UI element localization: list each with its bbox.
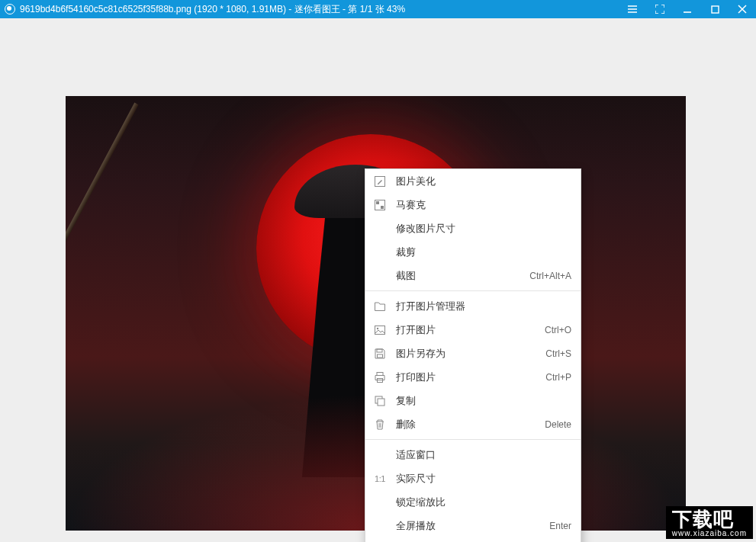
menu-item[interactable]: 修改图片尺寸 [365, 216, 581, 240]
svg-rect-4 [381, 206, 384, 209]
window-title: 9619bd4b6f54160c5c81c6525f35f88b.png (19… [20, 3, 405, 16]
menu-item-label: 打开图片管理器 [396, 300, 571, 313]
menu-separator [365, 290, 581, 291]
menu-item[interactable]: 幻灯片播放F5 [365, 537, 581, 542]
menu-item-shortcut: Ctrl+O [545, 325, 571, 335]
watermark: 下载吧 www.xiazaiba.com [666, 506, 753, 539]
svg-rect-7 [377, 349, 382, 352]
maximize-button[interactable] [701, 0, 729, 18]
menu-separator [365, 439, 581, 440]
svg-rect-12 [378, 399, 384, 406]
menu-item-label: 图片另存为 [396, 347, 545, 361]
menu-item-label: 复制 [396, 394, 571, 408]
watermark-text: 下载吧 [672, 509, 747, 529]
menu-item-label: 删除 [396, 418, 545, 431]
title-zoom: 43% [387, 4, 405, 14]
title-appname: 迷你看图王 [294, 4, 340, 14]
menu-item-shortcut: Ctrl+Alt+A [529, 271, 571, 281]
title-filename: 9619bd4b6f54160c5c81c6525f35f88b.png [20, 4, 191, 14]
menu-item[interactable]: 裁剪 [365, 240, 581, 264]
app-icon [5, 4, 15, 14]
svg-rect-5 [375, 326, 385, 334]
menu-item[interactable]: 全屏播放Enter [365, 514, 581, 537]
menu-item[interactable]: 适应窗口 [365, 443, 581, 467]
context-menu: 图片美化马赛克修改图片尺寸裁剪截图Ctrl+Alt+A打开图片管理器打开图片Ct… [365, 168, 581, 542]
title-position: 第 1/1 张 [348, 4, 384, 14]
ratio-icon: 1:1 [373, 472, 387, 486]
title-dimensions: (1920 * 1080, 1.91MB) [194, 4, 286, 14]
edit-icon [373, 175, 387, 188]
menu-item[interactable]: 打开图片Ctrl+O [365, 318, 581, 342]
svg-rect-0 [712, 6, 719, 13]
svg-rect-9 [377, 372, 383, 375]
folder-icon [373, 300, 387, 313]
menu-item[interactable]: 图片另存为Ctrl+S [365, 342, 581, 365]
blank-icon [373, 245, 387, 259]
menu-item-label: 全屏播放 [396, 519, 549, 533]
menu-item[interactable]: 图片美化 [365, 169, 581, 193]
menu-item-label: 马赛克 [396, 198, 571, 212]
menu-item[interactable]: 锁定缩放比 [365, 490, 581, 514]
watermark-url: www.xiazaiba.com [672, 529, 747, 537]
print-icon [373, 370, 387, 384]
blank-icon [373, 269, 387, 283]
copy-icon [373, 394, 387, 408]
menu-item-label: 图片美化 [396, 175, 571, 188]
menu-item-label: 修改图片尺寸 [396, 222, 571, 236]
fullscreen-button[interactable] [646, 0, 674, 18]
menu-item-label: 实际尺寸 [396, 472, 571, 486]
minimize-button[interactable] [674, 0, 701, 18]
menu-item[interactable]: 复制 [365, 389, 581, 412]
svg-rect-8 [378, 354, 383, 358]
menu-item[interactable]: 打印图片Ctrl+P [365, 365, 581, 389]
menu-item-shortcut: Delete [545, 419, 571, 430]
menu-item-label: 截图 [396, 269, 529, 283]
menu-item-shortcut: Ctrl+S [545, 348, 571, 359]
menu-item-label: 打印图片 [396, 370, 545, 384]
image-icon [373, 323, 387, 337]
blank-icon [373, 448, 387, 462]
svg-rect-3 [376, 201, 379, 204]
menu-item-label: 适应窗口 [396, 448, 571, 462]
trash-icon [373, 418, 387, 431]
menu-item-label: 锁定缩放比 [396, 495, 571, 509]
menu-button[interactable] [619, 0, 646, 18]
save-icon [373, 347, 387, 361]
blank-icon [373, 495, 387, 509]
viewport: 图片美化马赛克修改图片尺寸裁剪截图Ctrl+Alt+A打开图片管理器打开图片Ct… [0, 18, 756, 542]
menu-item[interactable]: 1:1实际尺寸 [365, 467, 581, 490]
menu-item[interactable]: 删除Delete [365, 412, 581, 436]
image-content [66, 103, 139, 388]
blank-icon [373, 222, 387, 236]
menu-item-shortcut: Enter [549, 521, 571, 531]
blank-icon [373, 519, 387, 533]
menu-item[interactable]: 截图Ctrl+Alt+A [365, 264, 581, 287]
svg-point-6 [377, 327, 378, 329]
menu-item-label: 裁剪 [396, 245, 571, 259]
close-button[interactable] [729, 0, 756, 18]
menu-item-label: 打开图片 [396, 323, 545, 337]
menu-item[interactable]: 马赛克 [365, 193, 581, 216]
mosaic-icon [373, 198, 387, 212]
menu-item-shortcut: Ctrl+P [545, 372, 571, 383]
titlebar: 9619bd4b6f54160c5c81c6525f35f88b.png (19… [0, 0, 756, 18]
window-controls [619, 0, 756, 18]
menu-item[interactable]: 打开图片管理器 [365, 294, 581, 318]
